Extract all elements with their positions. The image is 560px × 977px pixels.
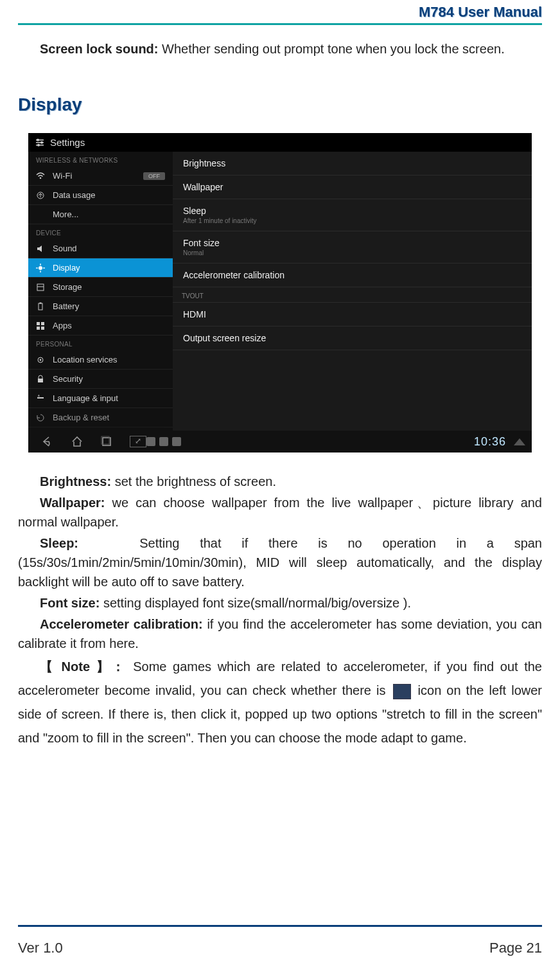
section-personal: PERSONAL	[28, 336, 173, 350]
back-icon[interactable]	[41, 436, 54, 447]
font-l: Font size:	[40, 596, 100, 610]
intro-paragraph: Screen lock sound: Whether sending out p…	[18, 39, 542, 58]
battery-icon	[36, 302, 46, 311]
svg-rect-16	[40, 302, 42, 303]
version-label: Ver 1.0	[18, 940, 63, 956]
screen-lock-text: Whether sending out prompt tone when you…	[159, 42, 505, 56]
storage-label: Storage	[53, 282, 82, 292]
sidebar-item-location[interactable]: Location services	[28, 350, 173, 370]
security-label: Security	[53, 374, 83, 384]
settings-content: Brightness Wallpaper Sleep After 1 minut…	[173, 152, 532, 431]
location-icon	[36, 355, 46, 364]
signal-icon	[514, 438, 525, 445]
note-l: 【 Note 】：	[40, 659, 127, 674]
sidebar-item-apps[interactable]: Apps	[28, 316, 173, 336]
display-icon	[36, 264, 46, 273]
status-icon-2	[159, 437, 168, 446]
battery-label: Battery	[53, 301, 79, 311]
wifi-icon	[36, 172, 46, 181]
display-heading: Display	[18, 94, 542, 115]
backup-label: Backup & reset	[53, 413, 109, 422]
doc-header-title: M784 User Manual	[18, 0, 542, 23]
sidebar-item-wifi[interactable]: Wi-Fi OFF	[28, 166, 173, 186]
svg-point-8	[39, 266, 42, 270]
sidebar-item-backup[interactable]: Backup & reset	[28, 408, 173, 427]
sidebar-item-sound[interactable]: Sound	[28, 239, 173, 258]
svg-rect-15	[39, 303, 42, 310]
sidebar-item-language[interactable]: A Language & input	[28, 389, 173, 408]
sleep-title: Sleep	[183, 206, 521, 216]
home-icon[interactable]	[71, 436, 83, 447]
svg-point-4	[40, 141, 43, 143]
data-icon	[36, 191, 46, 200]
para-wallpaper: Wallpaper: we can choose wallpaper from …	[18, 493, 542, 532]
status-icon-3	[172, 437, 181, 446]
lock-icon	[36, 375, 46, 384]
content-sleep[interactable]: Sleep After 1 minute of inactivity	[173, 199, 532, 231]
svg-rect-17	[37, 322, 40, 325]
svg-text:A: A	[38, 394, 40, 397]
sidebar-item-data-usage[interactable]: Data usage	[28, 186, 173, 205]
resize-title: Output screen resize	[183, 333, 521, 343]
font-size-sub: Normal	[183, 249, 521, 256]
content-resize[interactable]: Output screen resize	[173, 327, 532, 350]
sound-label: Sound	[53, 244, 77, 253]
hdmi-title: HDMI	[183, 309, 521, 319]
svg-rect-24	[37, 397, 44, 399]
header-rule	[18, 23, 542, 25]
sidebar-item-battery[interactable]: Battery	[28, 297, 173, 316]
storage-icon	[36, 283, 46, 292]
svg-rect-18	[41, 322, 44, 325]
page-footer: Ver 1.0 Page 21	[18, 940, 542, 956]
apps-icon	[36, 321, 46, 330]
content-accel[interactable]: Accelerometer calibration	[173, 264, 532, 287]
svg-point-6	[40, 177, 42, 179]
para-note: 【 Note 】： Some games which are related t…	[18, 655, 542, 750]
data-usage-label: Data usage	[53, 190, 96, 200]
app-title: Settings	[50, 137, 85, 148]
svg-point-3	[37, 138, 39, 141]
more-label: More...	[53, 210, 78, 219]
clock: 10:36	[474, 435, 506, 449]
location-label: Location services	[53, 355, 117, 364]
sidebar-item-display[interactable]: Display	[28, 258, 173, 278]
wifi-label: Wi-Fi	[53, 171, 72, 181]
para-sleep: Sleep: Setting that if there is no opera…	[18, 533, 542, 591]
recent-icon[interactable]	[100, 436, 113, 447]
sleep-l: Sleep:	[40, 536, 78, 550]
sidebar-item-storage[interactable]: Storage	[28, 278, 173, 297]
section-wireless: WIRELESS & NETWORKS	[28, 152, 173, 166]
wifi-toggle[interactable]: OFF	[143, 172, 165, 180]
sidebar-item-more[interactable]: More...	[28, 205, 173, 224]
brightness-title: Brightness	[183, 158, 521, 168]
backup-icon	[36, 413, 46, 422]
screenshot-icon[interactable]: ⤢	[130, 436, 146, 447]
language-icon: A	[36, 394, 46, 403]
accel-title: Accelerometer calibration	[183, 270, 521, 280]
wallpaper-l: Wallpaper:	[40, 496, 105, 510]
svg-rect-19	[37, 327, 40, 330]
sleep-sub: After 1 minute of inactivity	[183, 217, 521, 224]
sleep-t1: Setting that if there is no operation in…	[139, 536, 542, 550]
section-device: DEVICE	[28, 224, 173, 239]
content-brightness[interactable]: Brightness	[173, 152, 532, 175]
content-wallpaper[interactable]: Wallpaper	[173, 175, 532, 199]
sidebar-item-security[interactable]: Security	[28, 370, 173, 389]
brightness-l: Brightness:	[40, 474, 111, 488]
para-accel: Accelerometer calibration: if you find t…	[18, 614, 542, 653]
para-brightness: Brightness: set the brightness of screen…	[18, 472, 542, 491]
svg-rect-23	[38, 379, 43, 382]
accel-l: Accelerometer calibration:	[40, 617, 203, 631]
system-bar: ⤢ 10:36	[28, 431, 532, 453]
footer-rule	[18, 925, 542, 927]
sleep-t2: (15s/30s/1min/2min/5min/10min/30min), MI…	[18, 555, 542, 589]
svg-point-5	[37, 143, 40, 146]
svg-rect-13	[37, 284, 44, 291]
sound-icon	[36, 244, 46, 253]
content-font-size[interactable]: Font size Normal	[173, 231, 532, 264]
svg-rect-2	[36, 145, 44, 146]
screen-lock-label: Screen lock sound:	[40, 42, 159, 56]
wallpaper-title: Wallpaper	[183, 182, 521, 192]
app-bar: Settings	[28, 133, 532, 152]
content-hdmi[interactable]: HDMI	[173, 303, 532, 327]
